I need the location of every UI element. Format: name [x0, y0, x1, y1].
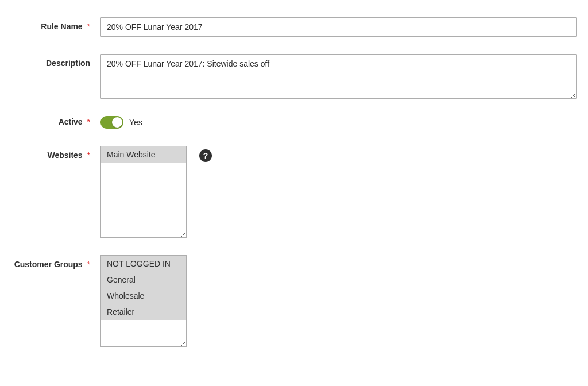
active-label: Active *	[11, 116, 100, 126]
customer-groups-row: Customer Groups * NOT LOGGED INGeneralWh…	[11, 255, 577, 347]
rule-name-label: Rule Name *	[11, 17, 100, 31]
customer-groups-field: NOT LOGGED INGeneralWholesaleRetailer	[100, 255, 577, 347]
customer-groups-option[interactable]: Wholesale	[101, 288, 186, 304]
active-field: Yes	[100, 116, 577, 129]
websites-label-text: Websites	[47, 150, 82, 160]
customer-groups-label: Customer Groups *	[11, 255, 100, 269]
rule-name-label-text: Rule Name	[41, 22, 82, 31]
required-asterisk: *	[87, 117, 90, 126]
required-asterisk: *	[87, 22, 90, 31]
customer-groups-option[interactable]: Retailer	[101, 304, 186, 320]
websites-option[interactable]: Main Website	[101, 146, 186, 163]
active-state-label: Yes	[129, 118, 142, 127]
websites-multiselect[interactable]: Main Website	[100, 146, 187, 238]
required-asterisk: *	[87, 150, 90, 160]
description-row: Description 20% OFF Lunar Year 2017: Sit…	[11, 54, 577, 99]
websites-row: Websites * Main Website ?	[11, 146, 577, 238]
customer-groups-option[interactable]: NOT LOGGED IN	[101, 256, 186, 272]
active-toggle[interactable]	[100, 116, 123, 129]
customer-groups-multiselect[interactable]: NOT LOGGED INGeneralWholesaleRetailer	[100, 255, 187, 347]
websites-field: Main Website ?	[100, 146, 577, 238]
help-icon[interactable]: ?	[199, 149, 212, 162]
description-input[interactable]: 20% OFF Lunar Year 2017: Sitewide sales …	[100, 54, 577, 99]
rule-name-field	[100, 17, 577, 37]
rule-name-row: Rule Name *	[11, 17, 577, 37]
description-field: 20% OFF Lunar Year 2017: Sitewide sales …	[100, 54, 577, 99]
description-label-text: Description	[46, 59, 90, 68]
active-row: Active * Yes	[11, 116, 577, 129]
customer-groups-option[interactable]: General	[101, 272, 186, 288]
websites-label: Websites *	[11, 146, 100, 160]
required-asterisk: *	[87, 260, 90, 269]
description-label: Description	[11, 54, 100, 68]
rule-name-input[interactable]	[100, 17, 577, 37]
active-toggle-knob	[112, 117, 122, 128]
active-label-text: Active	[59, 117, 83, 126]
active-toggle-wrap: Yes	[100, 116, 142, 129]
customer-groups-label-text: Customer Groups	[14, 260, 83, 269]
